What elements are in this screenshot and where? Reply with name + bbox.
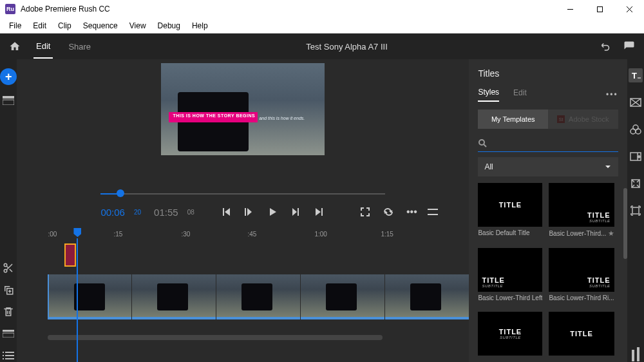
timeline-menu-icon[interactable] [428,208,438,216]
loop-icon[interactable] [381,207,395,217]
step-back-icon[interactable] [242,207,256,217]
transform-icon[interactable] [629,204,643,218]
template-card[interactable]: TITLESUBTITLEBasic Lower-Third Ri... [549,248,614,305]
scrubber-handle[interactable] [117,189,124,197]
right-rail: T + [627,59,644,362]
svg-rect-39 [632,350,634,361]
tab-edit[interactable]: Edit [33,35,53,59]
comment-icon[interactable] [623,41,635,52]
template-thumbnail[interactable]: TITLESUBTITLE [549,248,614,292]
title-clip[interactable] [64,243,76,267]
step-forward-icon[interactable] [289,207,303,217]
menu-file[interactable]: File [4,20,26,32]
adobe-stock-tab[interactable]: StAdobe Stock [548,110,618,129]
color-icon[interactable] [629,122,643,137]
video-clip[interactable] [301,274,384,319]
stock-icon: St [557,115,565,123]
template-thumb-title: TITLE [587,211,611,219]
duplicate-icon[interactable] [2,283,15,296]
preview-area: THIS IS HOW THE STORY BEGINS and this is… [17,59,469,188]
delete-icon[interactable] [2,305,15,318]
svg-point-26 [479,140,484,145]
time-total: 01:55 [154,207,178,218]
menu-edit[interactable]: Edit [28,20,52,32]
undo-icon[interactable] [600,41,612,52]
template-search[interactable] [478,134,618,152]
more-options-icon[interactable]: ••• [404,206,419,218]
time-total-frames: 08 [187,209,194,216]
track-view-icon[interactable] [2,327,15,340]
template-label: Basic Default Title [478,229,529,236]
minimize-button[interactable] [555,0,585,18]
template-thumb-title: TITLE [499,328,522,336]
template-thumb-subtitle: SUBTITLE [500,336,521,339]
preview-viewport[interactable]: THIS IS HOW THE STORY BEGINS and this is… [161,63,325,155]
template-label: Basic Lower-Third... [549,230,606,237]
tab-share[interactable]: Share [66,35,93,58]
template-thumbnail[interactable]: TITLE [478,183,542,227]
speed-icon[interactable]: + [629,149,643,164]
template-thumbnail[interactable]: TITLESUBTITLE [549,183,614,227]
preview-scrubber[interactable] [100,188,385,200]
panel-more-icon[interactable]: ••• [606,90,618,99]
play-icon[interactable] [265,206,279,218]
template-thumbnail[interactable]: TITLESUBTITLE [478,248,542,292]
template-card[interactable]: TITLEBasic Default Title [478,183,542,242]
time-current: 00:06 [100,207,125,218]
ruler-tick: :45 [247,231,256,238]
home-icon[interactable] [9,41,21,52]
tab-edit-title[interactable]: Edit [513,88,527,101]
template-card[interactable]: TITLESUBTITLEBasic Lower-Third...★ [549,183,614,242]
project-panel-icon[interactable] [2,94,15,107]
window-title: Adobe Premiere Rush CC [21,5,110,14]
svg-point-7 [4,269,7,272]
video-track[interactable] [17,274,469,327]
template-card[interactable]: TITLE [549,312,614,362]
title-track[interactable] [17,243,469,271]
video-clip[interactable] [385,274,469,319]
playhead-marker[interactable] [73,228,81,237]
template-card[interactable]: TITLESUBTITLE [478,312,542,362]
project-title: Test Sony Alpha A7 III [93,42,600,52]
video-clip[interactable] [216,274,300,319]
svg-line-9 [10,269,12,272]
template-thumbnail[interactable]: TITLE [549,312,614,356]
titles-tool-icon[interactable]: T [629,68,643,82]
menu-sequence[interactable]: Sequence [78,20,123,32]
filter-dropdown[interactable]: All [478,157,618,176]
video-clip[interactable] [48,274,131,319]
list-icon[interactable] [2,349,15,362]
favorite-star-icon[interactable]: ★ [608,229,614,238]
scissors-icon[interactable] [2,262,15,274]
panel-scrollbar[interactable] [623,188,627,259]
svg-rect-38 [632,207,639,214]
transitions-icon[interactable] [629,95,643,110]
timeline-ruler[interactable]: :00 :15 :30 :45 1:00 1:15 [17,227,469,243]
template-thumbnail[interactable]: TITLESUBTITLE [478,312,542,356]
menubar: File Edit Clip Sequence View Debug Help [0,18,644,33]
svg-line-10 [6,266,8,268]
left-rail: + [0,59,17,362]
fullscreen-icon[interactable] [358,207,372,217]
template-card[interactable]: TITLESUBTITLEBasic Lower-Third Left [478,248,542,305]
menu-clip[interactable]: Clip [53,20,77,32]
close-button[interactable] [614,0,644,18]
add-media-button[interactable]: + [0,68,17,85]
template-thumb-title: TITLE [482,276,505,284]
menu-help[interactable]: Help [187,20,213,32]
timeline-scrollbar[interactable] [48,335,383,340]
skip-end-icon[interactable] [312,207,326,217]
menu-debug[interactable]: Debug [153,20,185,32]
tab-styles[interactable]: Styles [478,88,499,102]
menu-view[interactable]: View [124,20,151,32]
audio-icon[interactable] [629,176,643,191]
my-templates-tab[interactable]: My Templates [478,110,548,129]
template-thumb-subtitle: SUBTITLE [482,284,503,288]
audio-meters-icon[interactable] [629,348,643,362]
maximize-button[interactable] [585,0,614,18]
skip-start-icon[interactable] [219,207,233,217]
video-clip[interactable] [132,274,216,319]
svg-point-6 [4,263,7,267]
search-input[interactable] [491,138,618,148]
svg-rect-16 [3,330,14,332]
